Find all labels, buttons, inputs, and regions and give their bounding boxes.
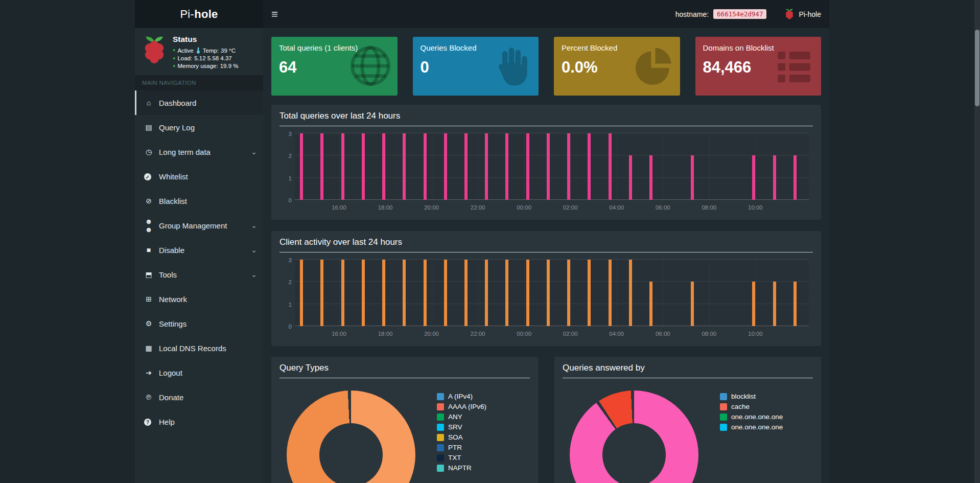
legend-item-any[interactable]: ANY	[437, 413, 486, 421]
x-axis-label: 04:00	[609, 204, 624, 211]
chevron-down-icon: ⌄	[251, 246, 257, 254]
summary-card-value: 0.0%	[562, 58, 672, 77]
sidebar-item-dashboard[interactable]: ⌂Dashboard	[135, 90, 263, 115]
x-axis-label: 10:00	[748, 331, 763, 337]
total-queries-chart[interactable]: 012316:0018:0020:0022:0000:0002:0004:000…	[279, 131, 813, 213]
legend-item-aaaa-ipv6[interactable]: AAAA (IPv6)	[437, 403, 486, 410]
summary-card-title: Total queries (1 clients)	[279, 43, 390, 52]
chart-bar	[629, 260, 632, 326]
query-types-donut[interactable]	[287, 390, 415, 483]
legend-swatch	[437, 393, 444, 400]
chart-bar	[341, 133, 344, 200]
scrollbar-thumb[interactable]	[975, 30, 979, 106]
chart-plot: 012316:0018:0020:0022:0000:0002:0004:000…	[295, 133, 809, 200]
sign-out-icon: ➔	[143, 369, 153, 377]
status-dot-icon: ●	[173, 64, 175, 68]
legend-item-cache[interactable]: cache	[720, 403, 783, 410]
main-content: Total queries (1 clients)64Queries Block…	[263, 28, 829, 483]
client-activity-panel: Client activity over last 24 hours 01231…	[271, 231, 821, 346]
chart-bar	[691, 282, 694, 326]
paypal-icon: ℗	[143, 393, 153, 401]
y-axis-label: 0	[281, 197, 292, 203]
queries-answered-chart-area: blocklistcacheone.one.one.oneone.one.one…	[563, 383, 813, 483]
sidebar-item-tools[interactable]: ⬒Tools⌄	[135, 262, 263, 287]
app-logo-text-bold: hole	[194, 8, 218, 21]
chart-bar	[320, 260, 323, 326]
sidebar-item-query-log[interactable]: ▤Query Log	[135, 115, 263, 140]
sidebar-item-label: Dashboard	[159, 99, 257, 107]
legend-item-soa[interactable]: SOA	[437, 433, 486, 441]
sidebar-item-label: Network	[159, 295, 257, 304]
summary-card-title: Percent Blocked	[562, 43, 672, 52]
sidebar-item-label: Local DNS Records	[159, 344, 257, 353]
x-axis-label: 10:00	[748, 204, 763, 211]
sidebar-item-disable[interactable]: ■Disable⌄	[135, 238, 263, 262]
gridline	[295, 281, 809, 282]
status-line-load: ● Load: 5.12 5.58 4.37	[173, 55, 239, 61]
summary-card-percent-blocked: Percent Blocked0.0%	[554, 37, 680, 96]
legend-item-txt[interactable]: TXT	[437, 454, 486, 462]
legend-label: one.one.one.one	[731, 413, 783, 421]
load-label: Load:	[177, 55, 192, 61]
legend-item-one-one-one-one[interactable]: one.one.one.one	[720, 423, 783, 431]
legend-label: NAPTR	[448, 464, 472, 472]
sidebar-item-whitelist[interactable]: ✓Whitelist	[135, 164, 263, 189]
chart-bar	[752, 282, 755, 326]
chart-bar	[403, 260, 406, 326]
x-axis-label: 06:00	[656, 204, 670, 211]
chart-bar	[300, 260, 303, 326]
gridline	[339, 260, 340, 326]
sidebar-item-label: Disable	[159, 246, 245, 255]
load-value: 5.12 5.58 4.37	[194, 55, 232, 61]
sidebar-item-group-management[interactable]: ☻☻Group Management⌄	[135, 213, 263, 238]
sidebar-item-label: Logout	[159, 369, 257, 377]
chart-bar	[547, 133, 550, 200]
status-dot-icon: ●	[173, 48, 175, 53]
sidebar-item-donate[interactable]: ℗Donate	[135, 385, 263, 409]
app-logo[interactable]: Pi-hole	[135, 0, 263, 28]
x-axis-label: 00:00	[517, 331, 531, 337]
queries-answered-donut[interactable]	[570, 390, 698, 483]
sidebar-item-blacklist[interactable]: ⊘Blacklist	[135, 189, 263, 213]
summary-card-domains-on-blocklist: Domains on Blocklist84,466	[695, 37, 822, 96]
queries-answered-panel: Queries answered by blocklistcacheone.on…	[554, 357, 821, 483]
chart-bar	[485, 133, 488, 200]
panel-title: Total queries over last 24 hours	[279, 111, 813, 126]
scrollbar-track[interactable]	[974, 0, 980, 483]
y-axis-label: 1	[281, 302, 292, 308]
panel-title: Query Types	[279, 363, 530, 378]
x-axis-label: 22:00	[471, 331, 485, 337]
legend-item-ptr[interactable]: PTR	[437, 444, 486, 451]
page-background: Pi-hole ≡ hostname: 666154e2d947	[0, 0, 980, 483]
navbar: ≡ hostname: 666154e2d947	[263, 0, 829, 28]
chart-bar	[691, 155, 694, 200]
temp-value: 39 °C	[221, 48, 236, 54]
query-types-chart-area: A (IPv4)AAAA (IPv6)ANYSRVSOAPTRTXTNAPTR	[279, 383, 530, 483]
sidebar-item-help[interactable]: ?Help	[135, 409, 263, 434]
sidebar-item-logout[interactable]: ➔Logout	[135, 360, 263, 385]
x-axis-label: 18:00	[378, 204, 393, 211]
client-activity-chart[interactable]: 012316:0018:0020:0022:0000:0002:0004:000…	[279, 258, 813, 339]
legend-label: SOA	[448, 433, 463, 441]
hostname-badge: 666154e2d947	[713, 9, 766, 19]
legend-swatch	[437, 403, 444, 410]
sidebar-item-settings[interactable]: ⚙Settings	[135, 311, 263, 336]
bottom-panel-row: Query Types A (IPv4)AAAA (IPv6)ANYSRVSOA…	[271, 357, 821, 483]
sidebar-item-label: Group Management	[159, 221, 245, 230]
legend-label: blocklist	[731, 393, 756, 400]
hamburger-menu-icon[interactable]: ≡	[271, 9, 278, 20]
legend-item-blocklist[interactable]: blocklist	[720, 393, 783, 400]
panel-title: Client activity over last 24 hours	[279, 237, 813, 252]
legend-item-one-one-one-one[interactable]: one.one.one.one	[720, 413, 783, 421]
sidebar-item-long-term-data[interactable]: ◷Long term data⌄	[135, 140, 263, 164]
x-axis-label: 00:00	[517, 204, 531, 211]
sidebar-item-network[interactable]: ⊞Network	[135, 287, 263, 311]
legend-label: AAAA (IPv6)	[448, 403, 486, 410]
legend-item-srv[interactable]: SRV	[437, 423, 486, 431]
legend-item-naptr[interactable]: NAPTR	[437, 464, 486, 472]
chevron-down-icon: ⌄	[251, 222, 257, 229]
summary-card-queries-blocked: Queries Blocked0	[413, 37, 539, 96]
sidebar-item-local-dns-records[interactable]: ▦Local DNS Records	[135, 336, 263, 360]
legend-item-a-ipv4[interactable]: A (IPv4)	[437, 393, 486, 400]
queries-answered-legend: blocklistcacheone.one.one.oneone.one.one…	[720, 393, 783, 433]
